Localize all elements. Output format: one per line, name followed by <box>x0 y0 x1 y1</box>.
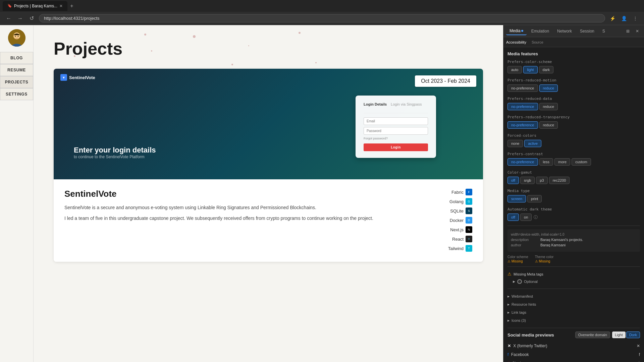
contrast-custom-btn[interactable]: custom <box>572 158 591 166</box>
contrast-less-btn[interactable]: less <box>539 158 553 166</box>
chevron-right-icon: ▶ <box>507 319 509 322</box>
nav-blog[interactable]: BLOG <box>0 52 33 64</box>
nav-resume[interactable]: RESUME <box>0 64 33 76</box>
auto-dark-on-btn[interactable]: on <box>520 214 532 221</box>
reduced-trans-no-pref-btn[interactable]: no-preference <box>507 121 538 129</box>
theme-color-col: Theme color ⚠ Missing <box>535 255 554 263</box>
nav-controls: ← → ↺ <box>4 14 36 23</box>
login-password-field[interactable] <box>364 127 428 135</box>
slack-social-row[interactable]: # Slack # <box>507 359 640 362</box>
source-tab[interactable]: Source <box>532 40 543 44</box>
login-email-field[interactable] <box>364 117 428 125</box>
reduced-data-reduce-btn[interactable]: reduce <box>539 103 558 110</box>
page-content: Projects ▼ SentinelVote Oct 2023 - Feb 2… <box>34 25 503 362</box>
gamut-p3-btn[interactable]: p3 <box>536 177 547 184</box>
reduced-trans-reduce-btn[interactable]: reduce <box>539 121 558 129</box>
gamut-off-btn[interactable]: off <box>507 177 519 184</box>
close-panel-icon[interactable]: ✕ <box>633 27 641 35</box>
optional-icon: ⓘ <box>517 279 522 284</box>
prefers-contrast-group: Prefers-contrast no-preference less more… <box>507 152 640 166</box>
forced-colors-none-btn[interactable]: none <box>507 140 523 147</box>
forced-colors-buttons: none active <box>507 140 640 147</box>
tech-tailwind: Tailwind T <box>448 245 472 252</box>
new-tab-button[interactable]: + <box>70 3 73 9</box>
reduced-motion-reduce-btn[interactable]: reduce <box>539 84 558 92</box>
theme-color-missing: ⚠ Missing <box>535 259 554 263</box>
reduced-data-no-pref-btn[interactable]: no-preference <box>507 103 538 110</box>
dock-icon[interactable]: ⊞ <box>624 27 632 35</box>
login-button[interactable]: Login <box>364 143 428 151</box>
project-date-badge: Oct 2023 - Feb 2024 <box>415 75 476 87</box>
forced-colors-active-btn[interactable]: active <box>524 140 541 147</box>
forward-button[interactable]: → <box>15 14 25 23</box>
golang-icon: G <box>466 198 472 205</box>
divider-1 <box>507 226 640 226</box>
color-scheme-col: Color scheme ⚠ Missing <box>507 255 528 263</box>
link-tags-collapsible[interactable]: ▶ Link tags <box>507 308 640 316</box>
tab-close-icon[interactable]: ✕ <box>59 4 63 8</box>
page-title: Projects <box>54 39 483 59</box>
auto-dark-off-btn[interactable]: off <box>507 214 519 221</box>
resource-hints-collapsible[interactable]: ▶ Resource hints <box>507 300 640 308</box>
prefers-reduced-data-buttons: no-preference reduce <box>507 103 640 110</box>
active-tab[interactable]: 🔖 Projects | Baraq Kams... ✕ <box>3 1 67 11</box>
twitter-social-row[interactable]: ✕ X (formerly Twitter) ✕ <box>507 342 640 350</box>
settings-icon[interactable]: ⋮ <box>631 14 640 23</box>
devtools-tab-emulation[interactable]: Emulation <box>528 27 552 35</box>
project-enter-subtitle: to continue to the SentinelVote Platform <box>74 155 156 159</box>
reduced-motion-no-pref-btn[interactable]: no-preference <box>507 84 538 92</box>
project-desc1: SentinelVote is a secure and anonymous e… <box>64 204 419 211</box>
color-scheme-auto-btn[interactable]: auto <box>507 66 522 73</box>
project-name: SentinelVote <box>64 189 419 199</box>
accessibility-tab[interactable]: Accessibility <box>506 40 526 44</box>
project-heading-left: Enter your login details to continue to … <box>74 146 156 159</box>
color-scheme-light-btn[interactable]: light <box>523 66 537 73</box>
profile-icon[interactable]: 👤 <box>619 14 629 23</box>
login-forgot-link[interactable]: Forgot password? <box>364 137 428 140</box>
nav-settings[interactable]: SETTINGS <box>0 88 33 100</box>
theme-light-button[interactable]: Light <box>612 331 626 338</box>
reload-button[interactable]: ↺ <box>27 14 36 23</box>
contrast-no-pref-btn[interactable]: no-preference <box>507 158 538 166</box>
devtools-tab-s[interactable]: S <box>599 27 608 35</box>
nav-projects[interactable]: PROJECTS <box>0 76 33 88</box>
social-previews-header: Social media previews Overwrite domain L… <box>507 331 640 338</box>
browser-icons: ⚡ 👤 ⋮ <box>608 14 640 23</box>
project-enter-details: Enter your login details <box>74 146 156 155</box>
tech-golang: Golang G <box>449 198 472 205</box>
browser-toolbar: ← → ↺ ⚡ 👤 ⋮ <box>0 12 644 25</box>
main-area: BLOG RESUME PROJECTS SETTINGS Projects <box>0 25 644 362</box>
sqlite-icon: S <box>466 207 472 214</box>
svg-point-3 <box>15 36 16 37</box>
missing-warn-icon: ⚠ <box>507 272 512 277</box>
icons-collapsible[interactable]: ▶ Icons (3) <box>507 316 640 324</box>
devtools-tab-network[interactable]: Network <box>554 27 575 35</box>
overwrite-domain-button[interactable]: Overwrite domain <box>575 331 610 338</box>
viewport-row: width=device-width, initial-scale=1.0 <box>511 233 637 236</box>
theme-dark-button[interactable]: Dork <box>626 331 640 338</box>
address-bar[interactable] <box>39 14 605 22</box>
description-row: description Baraq Kamsani's projects. <box>511 238 637 242</box>
gamut-rec2200-btn[interactable]: rec2200 <box>549 177 570 184</box>
devtools-tab-media[interactable]: Media <box>506 27 527 35</box>
facebook-icon: f <box>507 352 508 357</box>
media-type-screen-btn[interactable]: screen <box>507 195 526 202</box>
contrast-more-btn[interactable]: more <box>554 158 570 166</box>
login-tab-singpass: Login via Singpass <box>391 102 422 106</box>
divider-4 <box>507 328 640 328</box>
webmanifest-collapsible[interactable]: ▶ Webmanifest <box>507 292 640 300</box>
extensions-icon[interactable]: ⚡ <box>608 14 617 23</box>
devtools-tabs: Media Emulation Network Session S ⊞ ✕ <box>503 25 644 37</box>
chevron-right-icon: ▶ <box>507 295 509 298</box>
media-type-label: Media type <box>507 189 640 193</box>
tab-favicon: 🔖 <box>7 4 12 8</box>
back-button[interactable]: ← <box>4 14 13 23</box>
devtools-tab-session[interactable]: Session <box>577 27 598 35</box>
facebook-social-row[interactable]: f Facebook f <box>507 350 640 359</box>
media-type-print-btn[interactable]: print <box>527 195 542 202</box>
gamut-srgb-btn[interactable]: srgb <box>520 177 535 184</box>
prefers-contrast-buttons: no-preference less more custom <box>507 158 640 166</box>
media-type-buttons: screen print <box>507 195 640 202</box>
optional-row: ▶ ⓘ Optional <box>507 278 640 285</box>
color-scheme-dark-btn[interactable]: dark <box>539 66 553 73</box>
